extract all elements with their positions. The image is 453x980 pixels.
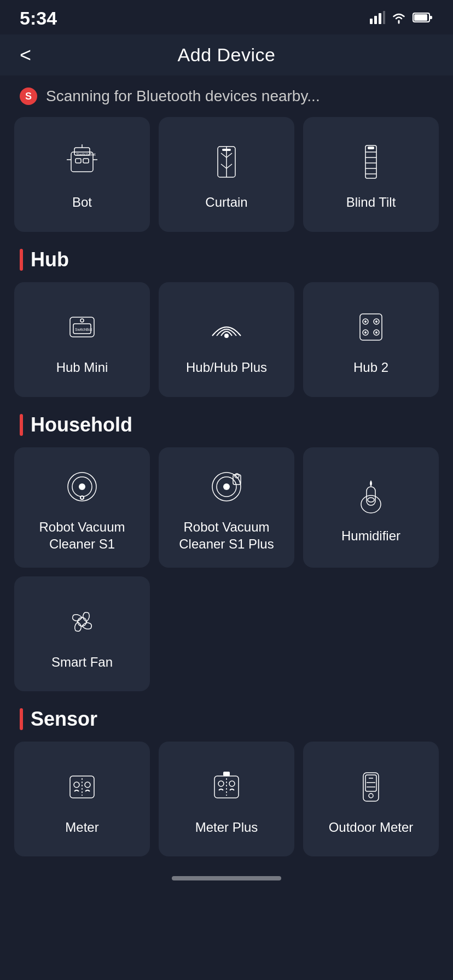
status-icons xyxy=(370,11,433,26)
svg-rect-67 xyxy=(365,775,376,791)
svg-rect-34 xyxy=(360,314,382,340)
svg-rect-28 xyxy=(368,147,374,149)
svg-rect-0 xyxy=(370,19,373,24)
device-card-smart-fan[interactable]: Smart Fan xyxy=(14,576,150,691)
household-section-title: Household xyxy=(31,413,132,436)
curtain-label: Curtain xyxy=(205,194,247,211)
device-card-blind-tilt[interactable]: Blind Tilt xyxy=(303,117,439,232)
device-card-hub2[interactable]: Hub 2 xyxy=(303,282,439,397)
robot-vacuum-s1-label: Robot VacuumCleaner S1 xyxy=(39,518,125,552)
scanning-indicator: S xyxy=(20,88,37,105)
device-card-meter-plus[interactable]: Meter Plus xyxy=(159,742,294,856)
sensor-section-bar xyxy=(20,708,23,730)
svg-rect-5 xyxy=(414,14,427,21)
svg-point-39 xyxy=(364,320,367,323)
hub-section-bar xyxy=(20,249,23,271)
outdoor-meter-label: Outdoor Meter xyxy=(329,819,414,836)
outdoor-meter-icon xyxy=(349,765,393,809)
device-card-robot-vacuum-s1-plus[interactable]: Robot VacuumCleaner S1 Plus xyxy=(159,447,294,568)
svg-rect-1 xyxy=(374,16,377,24)
hub-mini-icon: SwitchBot xyxy=(60,305,104,349)
device-card-hub-plus[interactable]: Hub/Hub Plus xyxy=(159,282,294,397)
svg-rect-21 xyxy=(222,149,231,151)
scanning-text: Scanning for Bluetooth devices nearby... xyxy=(46,88,320,105)
svg-point-53 xyxy=(361,495,381,513)
device-card-curtain[interactable]: Curtain xyxy=(159,117,294,232)
svg-point-68 xyxy=(369,794,373,798)
svg-line-19 xyxy=(221,164,226,168)
svg-point-41 xyxy=(364,331,367,334)
svg-point-42 xyxy=(375,331,378,334)
sensor-grid: Meter Meter Plus xyxy=(0,742,453,856)
svg-point-40 xyxy=(375,320,378,323)
hub2-icon xyxy=(349,305,393,349)
svg-rect-11 xyxy=(83,159,89,163)
page-title: Add Device xyxy=(178,44,276,66)
svg-point-50 xyxy=(223,483,230,490)
home-indicator-bar xyxy=(172,876,281,880)
sensor-section-header: Sensor xyxy=(0,691,453,742)
scanning-banner: S Scanning for Bluetooth devices nearby.… xyxy=(0,75,453,117)
svg-point-63 xyxy=(229,781,235,786)
signal-icon xyxy=(370,11,385,26)
hub-section-header: Hub xyxy=(0,232,453,282)
svg-line-17 xyxy=(221,153,226,158)
humidifier-icon xyxy=(349,474,393,517)
hub-grid: SwitchBot Hub Mini Hub/Hub Plus xyxy=(0,282,453,397)
robot-vacuum-s1-plus-icon xyxy=(205,465,248,509)
meter-plus-icon xyxy=(205,765,248,809)
status-time: 5:34 xyxy=(20,8,57,29)
svg-rect-3 xyxy=(383,11,385,24)
device-card-robot-vacuum-s1[interactable]: Robot VacuumCleaner S1 xyxy=(14,447,150,568)
battery-icon xyxy=(413,11,433,26)
sensor-section-title: Sensor xyxy=(31,708,97,731)
meter-icon xyxy=(60,765,104,809)
household-grid: Robot VacuumCleaner S1 Robot VacuumClean… xyxy=(0,447,453,691)
blind-tilt-label: Blind Tilt xyxy=(346,194,396,211)
humidifier-label: Humidifier xyxy=(341,527,400,544)
device-card-humidifier[interactable]: Humidifier xyxy=(303,447,439,568)
svg-point-56 xyxy=(78,617,86,626)
svg-point-55 xyxy=(368,498,374,502)
svg-line-20 xyxy=(226,164,232,168)
meter-label: Meter xyxy=(65,819,98,836)
svg-rect-22 xyxy=(365,145,376,178)
robot-vacuum-s1-plus-label: Robot VacuumCleaner S1 Plus xyxy=(179,518,274,552)
hub-plus-label: Hub/Hub Plus xyxy=(186,359,267,376)
hub2-label: Hub 2 xyxy=(353,359,388,376)
svg-point-47 xyxy=(81,497,83,499)
wifi-icon xyxy=(391,11,407,26)
svg-text:SwitchBot: SwitchBot xyxy=(75,328,92,331)
robot-vacuum-s1-icon xyxy=(60,465,104,509)
svg-line-18 xyxy=(226,153,232,158)
status-bar: 5:34 xyxy=(0,0,453,34)
hub-section-title: Hub xyxy=(31,248,69,271)
smart-fan-icon xyxy=(60,600,104,644)
smart-fan-label: Smart Fan xyxy=(51,654,113,670)
svg-rect-6 xyxy=(429,16,432,19)
bot-icon: SwitchBot xyxy=(60,140,104,184)
svg-point-45 xyxy=(79,483,85,490)
back-button[interactable]: < xyxy=(20,44,31,67)
blind-tilt-icon xyxy=(349,140,393,184)
hub-plus-icon xyxy=(205,305,248,349)
device-card-hub-mini[interactable]: SwitchBot Hub Mini xyxy=(14,282,150,397)
basic-grid: SwitchBot Bot Curtain xyxy=(0,117,453,232)
hub-mini-label: Hub Mini xyxy=(56,359,108,376)
svg-point-33 xyxy=(224,334,229,338)
svg-point-30 xyxy=(80,319,84,322)
meter-plus-label: Meter Plus xyxy=(195,819,258,836)
svg-rect-65 xyxy=(223,772,230,776)
device-card-bot[interactable]: SwitchBot Bot xyxy=(14,117,150,232)
svg-rect-2 xyxy=(379,13,381,24)
header: < Add Device xyxy=(0,34,453,75)
household-section-header: Household xyxy=(0,397,453,447)
household-section-bar xyxy=(20,414,23,436)
home-indicator xyxy=(0,867,453,889)
svg-point-58 xyxy=(74,782,79,788)
svg-text:SwitchBot: SwitchBot xyxy=(76,152,96,157)
device-card-meter[interactable]: Meter xyxy=(14,742,150,856)
svg-rect-10 xyxy=(76,159,81,163)
svg-point-62 xyxy=(218,781,224,786)
device-card-outdoor-meter[interactable]: Outdoor Meter xyxy=(303,742,439,856)
